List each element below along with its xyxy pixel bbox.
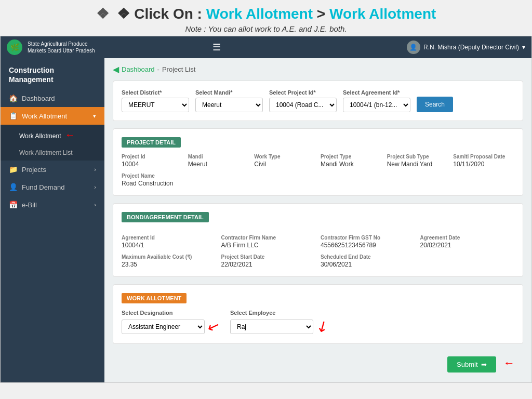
note-text: Note : You can allot work to A.E. and J.…	[10, 24, 522, 33]
detail-project-name: Project Name Road Construction	[122, 173, 514, 187]
detail-gst-no: Contractor Firm GST No 4556625123456789	[321, 235, 415, 249]
submit-button[interactable]: Submit ➡	[447, 356, 496, 373]
dashboard-icon: 🏠	[9, 94, 18, 102]
detail-project-id: Project Id 10004	[122, 154, 183, 168]
ebill-icon: 📅	[9, 201, 18, 209]
mandi-select[interactable]: Meerut	[195, 98, 263, 112]
work-allotment-icon: 📋	[9, 112, 18, 120]
submit-area: Submit ➡ ←	[113, 351, 523, 378]
sidebar-submenu: Work Allotment ← Work Allotment List	[1, 125, 104, 161]
instruction-area: ❖ ❖ Click On : Work Allotment > Work All…	[0, 0, 532, 36]
projects-icon: 📁	[9, 165, 18, 174]
work-allotment-card: WORK ALLOTMENT Select Designation Assist…	[113, 284, 523, 344]
detail-agreement-id: Agreement Id 10004/1	[122, 235, 216, 249]
sidebar-item-dashboard[interactable]: 🏠 Dashboard	[1, 89, 104, 107]
back-icon[interactable]: ◀	[113, 64, 119, 74]
red-arrow-employee: ↙	[313, 316, 331, 337]
sidebar-item-ebill[interactable]: 📅 e-Bill ›	[1, 196, 104, 214]
employee-select[interactable]: Raj	[230, 320, 313, 334]
org-name: State Agricultural Produce Markets Board…	[28, 41, 203, 54]
district-select[interactable]: MEERUT	[122, 98, 189, 112]
detail-work-type: Work Type Civil	[254, 154, 315, 168]
designation-filter: Select Designation Assistant Engineer ↙	[122, 310, 220, 335]
red-arrow-submit: ←	[503, 356, 515, 369]
designation-select[interactable]: Assistant Engineer	[122, 320, 205, 334]
project-label: Select Project Id*	[269, 89, 337, 96]
user-info: 👤 R.N. Mishra (Deputy Director Civil) ▾	[407, 41, 525, 54]
search-button[interactable]: Search	[417, 97, 453, 112]
main-heading: ❖ ❖ Click On : Work Allotment > Work All…	[10, 5, 522, 22]
designation-label: Select Designation	[122, 310, 220, 316]
detail-project-type: Project Type Mandi Work	[321, 154, 382, 168]
breadcrumb: ◀ Dashboard - Project List	[113, 64, 523, 74]
detail-max-cost: Maximum Availiable Cost (₹) 23.35	[122, 254, 216, 268]
chevron-right-icon3: ›	[94, 202, 96, 208]
agreement-filter: Select Agreement Id* 10004/1 (bn-12...	[343, 89, 410, 112]
chevron-right-icon2: ›	[94, 184, 96, 190]
chevron-down-icon: ▾	[93, 113, 96, 119]
bond-detail-grid2: Maximum Availiable Cost (₹) 23.35 Projec…	[122, 254, 514, 268]
bond-detail-header: BOND/AGREEMENT DETAIL	[122, 212, 209, 222]
agreement-label: Select Agreement Id*	[343, 89, 410, 96]
detail-samiti-date: Samiti Proposal Date 10/11/2020	[453, 154, 514, 168]
employee-label: Select Employee	[230, 310, 328, 316]
project-detail-header: PROJECT DETAIL	[122, 137, 181, 148]
app-header: 🌿 State Agricultural Produce Markets Boa…	[1, 36, 531, 58]
main-content: ◀ Dashboard - Project List Select Distri…	[104, 58, 531, 382]
detail-project-sub-type: Project Sub Type New Mandi Yard	[387, 154, 448, 168]
detail-agreement-date: Agreement Date 20/02/2021	[420, 235, 515, 249]
project-detail-grid: Project Id 10004 Mandi Meerut Work Type …	[122, 154, 514, 168]
main-layout: Construction Management 🏠 Dashboard 📋 Wo…	[1, 58, 531, 382]
sidebar-title: Construction Management	[1, 58, 104, 89]
user-avatar: 👤	[407, 41, 420, 54]
mandi-label: Select Mandi*	[195, 89, 263, 96]
sidebar-item-work-allotment[interactable]: 📋 Work Allotment ▾	[1, 107, 104, 125]
employee-filter: Select Employee Raj ↙	[230, 310, 328, 335]
filter-row: Select District* MEERUT Select Mandi* Me…	[122, 89, 514, 112]
breadcrumb-dashboard-link[interactable]: Dashboard	[122, 65, 155, 73]
bond-detail-card: BOND/AGREEMENT DETAIL Agreement Id 10004…	[113, 203, 523, 277]
agreement-select[interactable]: 10004/1 (bn-12...	[343, 98, 410, 112]
red-arrow-designation: ↙	[205, 316, 222, 337]
project-filter: Select Project Id* 10004 (Road C...	[269, 89, 337, 112]
detail-mandi: Mandi Meerut	[188, 154, 249, 168]
allotment-row: Select Designation Assistant Engineer ↙ …	[122, 310, 514, 335]
district-filter: Select District* MEERUT	[122, 89, 189, 112]
app-shell: 🌿 State Agricultural Produce Markets Boa…	[0, 36, 532, 383]
district-label: Select District*	[122, 89, 189, 96]
detail-contractor-name: Contractor Firm Name A/B Firm LLC	[221, 235, 316, 249]
hamburger-icon[interactable]: ☰	[212, 42, 221, 53]
fund-icon: 👤	[9, 183, 18, 191]
detail-start-date: Project Start Date 22/02/2021	[221, 254, 316, 268]
sidebar-item-work-allotment-list[interactable]: Work Allotment List	[1, 145, 104, 161]
org-logo: 🌿	[7, 39, 22, 55]
submit-arrow-icon: ➡	[481, 361, 487, 368]
project-detail-card: PROJECT DETAIL Project Id 10004 Mandi Me…	[113, 128, 523, 196]
chevron-right-icon: ›	[94, 166, 96, 172]
filter-card: Select District* MEERUT Select Mandi* Me…	[113, 81, 523, 121]
project-select[interactable]: 10004 (Road C...	[269, 98, 337, 112]
bond-detail-grid: Agreement Id 10004/1 Contractor Firm Nam…	[122, 235, 514, 249]
user-dropdown-icon[interactable]: ▾	[522, 44, 525, 51]
sidebar-item-work-allotment-sub[interactable]: Work Allotment ←	[1, 125, 104, 145]
sidebar: Construction Management 🏠 Dashboard 📋 Wo…	[1, 58, 104, 382]
work-allotment-header: WORK ALLOTMENT	[122, 293, 187, 303]
mandi-filter: Select Mandi* Meerut	[195, 89, 263, 112]
red-arrow-indicator: ←	[65, 129, 75, 140]
sidebar-item-fund-demand[interactable]: 👤 Fund Demand ›	[1, 178, 104, 196]
sidebar-item-projects[interactable]: 📁 Projects ›	[1, 161, 104, 178]
detail-end-date: Scheduled End Date 30/06/2021	[321, 254, 415, 268]
project-name-row: Project Name Road Construction	[122, 173, 514, 187]
